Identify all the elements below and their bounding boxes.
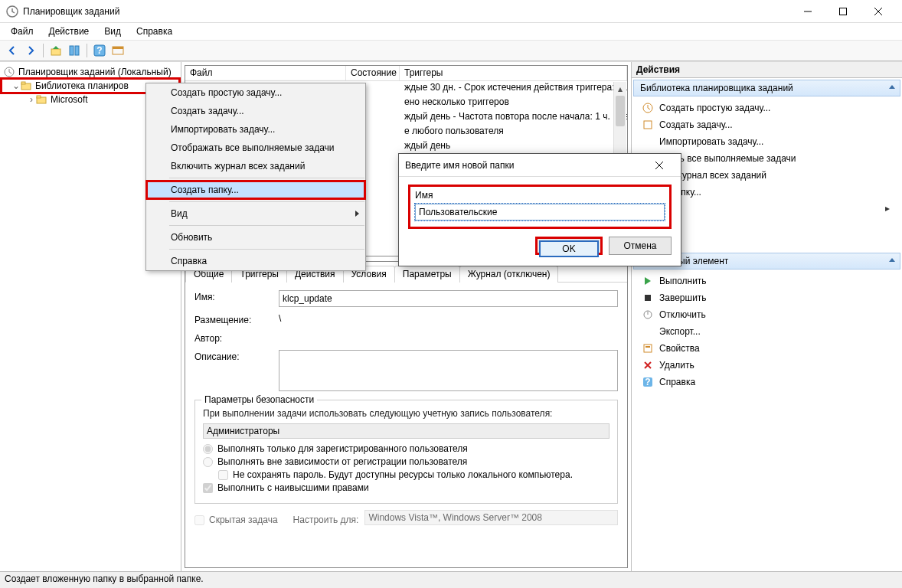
- ctx-create-task[interactable]: Создать задачу...: [146, 102, 365, 120]
- window-title: Планировщик заданий: [23, 6, 790, 17]
- name-field[interactable]: [279, 290, 618, 307]
- location-label: Размещение:: [194, 313, 279, 325]
- tree-library-label: Библиотека планиров: [35, 80, 129, 91]
- disable-icon: [641, 309, 655, 321]
- ctx-show-running[interactable]: Отображать все выполняемые задачи: [146, 139, 365, 157]
- ok-button-highlight: OK: [535, 237, 603, 255]
- minimize-button[interactable]: [790, 0, 825, 23]
- context-menu: Создать простую задачу... Создать задачу…: [145, 83, 366, 271]
- properties-icon[interactable]: [66, 42, 83, 59]
- svg-rect-12: [21, 82, 25, 84]
- svg-rect-25: [644, 345, 652, 352]
- scroll-thumb[interactable]: [616, 96, 625, 126]
- help-icon[interactable]: ?: [91, 42, 108, 59]
- config-value: Windows Vista™, Windows Server™ 2008: [364, 510, 618, 525]
- ok-button[interactable]: OK: [539, 240, 599, 257]
- col-state[interactable]: Состояние: [346, 66, 400, 80]
- radio-logged-only: [203, 444, 213, 454]
- toolbar: ?: [0, 40, 902, 61]
- check2-label: Выполнить с наивысшими правами: [217, 482, 369, 493]
- security-desc: При выполнении задачи использовать следу…: [203, 408, 610, 419]
- stop-icon: [641, 292, 655, 304]
- ctx-create-basic[interactable]: Создать простую задачу...: [146, 83, 365, 102]
- action-create-basic[interactable]: Создать простую задачу...: [632, 100, 902, 116]
- action-import[interactable]: Импортировать задачу...: [632, 133, 902, 150]
- action-disable[interactable]: Отключить: [632, 306, 902, 323]
- svg-rect-14: [37, 96, 41, 98]
- tab-content: Имя: Размещение: \ Автор: Описание: Пара…: [185, 283, 627, 540]
- check-hidden: [194, 515, 204, 525]
- ctx-create-folder[interactable]: Создать папку...: [146, 181, 365, 199]
- svg-rect-26: [645, 346, 650, 348]
- col-file[interactable]: Файл: [185, 66, 346, 80]
- security-group: Параметры безопасности При выполнении за…: [194, 400, 618, 504]
- clock-icon: [3, 66, 15, 78]
- menu-file[interactable]: Файл: [3, 24, 41, 38]
- action-properties[interactable]: Свойства: [632, 340, 902, 357]
- col-triggers[interactable]: Триггеры: [400, 66, 627, 80]
- menu-action[interactable]: Действие: [41, 24, 97, 38]
- tab-settings[interactable]: Параметры: [394, 266, 460, 283]
- action-run[interactable]: Выполнить: [632, 273, 902, 289]
- ctx-help[interactable]: Справка: [146, 252, 365, 270]
- dialog-close-button[interactable]: [644, 155, 675, 176]
- task-icon: [641, 102, 655, 114]
- svg-text:?: ?: [96, 45, 102, 56]
- ctx-enable-history[interactable]: Включить журнал всех заданий: [146, 157, 365, 175]
- svg-rect-16: [644, 121, 652, 129]
- new-folder-dialog: Введите имя новой папки Имя OK Отмена: [398, 153, 681, 266]
- tab-history[interactable]: Журнал (отключен): [459, 266, 559, 283]
- action-export[interactable]: Экспорт...: [632, 323, 902, 340]
- ctx-view[interactable]: Вид: [146, 204, 365, 223]
- folder-name-input[interactable]: [415, 204, 665, 220]
- expand-icon[interactable]: ›: [28, 94, 35, 105]
- actions-pane: Действия Библиотека планировщика заданий…: [631, 62, 902, 571]
- forward-button[interactable]: [22, 42, 39, 59]
- delete-icon: [641, 359, 655, 371]
- svg-rect-3: [51, 49, 60, 55]
- account-field: Администраторы: [203, 423, 610, 439]
- desc-label: Описание:: [194, 350, 279, 362]
- expand-icon[interactable]: ⌄: [12, 80, 20, 91]
- radio1-label: Выполнять только для зарегистрированного…: [217, 443, 468, 454]
- menu-view[interactable]: Вид: [96, 24, 129, 38]
- cancel-button[interactable]: Отмена: [609, 237, 672, 255]
- app-icon: [6, 5, 18, 18]
- status-text: Создает вложенную папку в выбранной папк…: [5, 573, 204, 584]
- task-icon: [641, 119, 655, 131]
- action-help[interactable]: ?Справка: [632, 374, 902, 390]
- grid-header: Файл Состояние Триггеры: [185, 66, 627, 81]
- maximize-button[interactable]: [825, 0, 861, 23]
- radio-any: [203, 457, 213, 467]
- desc-field[interactable]: [279, 350, 618, 391]
- dialog-titlebar[interactable]: Введите имя новой папки: [399, 154, 681, 177]
- tree-root-label: Планировщик заданий (Локальный): [18, 67, 172, 77]
- radio2-label: Выполнять вне зависимости от регистрации…: [217, 456, 467, 467]
- back-button[interactable]: [4, 42, 21, 59]
- properties-icon: [641, 342, 655, 354]
- action-delete[interactable]: Удалить: [632, 357, 902, 374]
- ctx-import[interactable]: Импортировать задачу...: [146, 120, 365, 139]
- svg-text:?: ?: [645, 377, 650, 387]
- svg-rect-5: [75, 46, 79, 55]
- dialog-label: Имя: [415, 190, 665, 201]
- close-button[interactable]: [861, 0, 896, 23]
- author-label: Автор:: [194, 332, 279, 344]
- config-for-label: Настроить для:: [293, 514, 359, 525]
- ctx-refresh[interactable]: Обновить: [146, 228, 365, 247]
- tree-root[interactable]: Планировщик заданий (Локальный): [2, 65, 179, 79]
- svg-rect-4: [70, 46, 74, 55]
- menu-help[interactable]: Справка: [129, 24, 180, 38]
- up-button[interactable]: [47, 42, 64, 59]
- action-end[interactable]: Завершить: [632, 289, 902, 306]
- scroll-up-icon[interactable]: ▴: [614, 82, 626, 95]
- dialog-field-wrap: Имя: [408, 185, 672, 229]
- check-no-password: [218, 470, 228, 480]
- panel-icon[interactable]: [109, 42, 126, 59]
- titlebar: Планировщик заданий: [0, 0, 902, 23]
- section-library[interactable]: Библиотека планировщика заданий: [633, 80, 900, 96]
- actions-header: Действия: [632, 62, 902, 78]
- action-create-task[interactable]: Создать задачу...: [632, 116, 902, 133]
- security-title: Параметры безопасности: [201, 394, 317, 405]
- dialog-title: Введите имя новой папки: [405, 160, 514, 171]
